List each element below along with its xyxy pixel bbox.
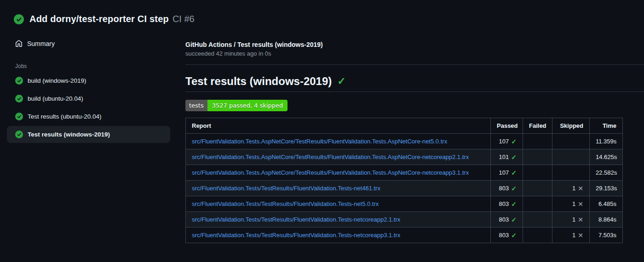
check-title: GitHub Actions / Test results (windows-2… (185, 41, 644, 48)
passed-cell: 803✓ (491, 181, 523, 196)
column-header-failed: Failed (523, 118, 552, 134)
table-header-row: Report Passed Failed Skipped Time (186, 118, 623, 134)
skipped-cell (552, 149, 590, 165)
summary-heading: Test results (windows-2019) ✓ (185, 75, 644, 92)
job-success-check-circle-icon (15, 131, 23, 138)
table-row: src/FluentValidation.Tests/TestResults/F… (186, 228, 623, 243)
failed-cell (523, 212, 552, 228)
failed-cell (523, 134, 552, 149)
report-cell: src/FluentValidation.Tests.AspNetCore/Te… (186, 134, 491, 149)
run-layout: Summary Jobs build (windows-2019) build … (0, 27, 644, 243)
passed-cell: 101✓ (491, 149, 523, 165)
report-link[interactable]: src/FluentValidation.Tests/TestResults/F… (192, 232, 400, 239)
test-results-table: Report Passed Failed Skipped Time src/Fl… (185, 118, 623, 243)
jobs-section-label: Jobs (7, 63, 170, 69)
time-cell: 8.864s (590, 212, 623, 228)
skipped-cell: 1✕ (552, 181, 590, 196)
sidebar: Summary Jobs build (windows-2019) build … (0, 27, 179, 144)
report-cell: src/FluentValidation.Tests/TestResults/F… (186, 228, 491, 243)
skipped-cell (552, 165, 590, 181)
report-cell: src/FluentValidation.Tests.AspNetCore/Te… (186, 165, 491, 181)
column-header-skipped: Skipped (552, 118, 590, 134)
skipped-x-icon: ✕ (578, 232, 583, 239)
time-cell: 11.359s (590, 134, 623, 149)
sidebar-summary-label: Summary (27, 40, 55, 47)
run-number: CI #6 (172, 14, 195, 24)
passed-check-icon: ✓ (511, 232, 517, 239)
passed-check-icon: ✓ (511, 216, 517, 223)
skipped-cell (552, 134, 590, 149)
tests-badge: tests 3527 passed, 4 skipped (185, 100, 288, 111)
report-cell: src/FluentValidation.Tests/TestResults/F… (186, 196, 491, 212)
job-success-check-circle-icon (15, 77, 23, 85)
sidebar-job-item[interactable]: Test results (windows-2019) (7, 126, 170, 143)
passed-cell: 803✓ (491, 212, 523, 228)
skipped-cell: 1✕ (552, 228, 590, 243)
time-cell: 7.503s (590, 228, 623, 243)
run-title: Add dorny/test-reporter CI step (29, 14, 169, 24)
job-label: build (windows-2019) (28, 77, 86, 84)
skipped-x-icon: ✕ (578, 216, 583, 223)
time-cell: 29.153s (590, 181, 623, 196)
passed-check-icon: ✓ (511, 169, 517, 177)
check-summary: Test results (windows-2019) ✓ tests 3527… (185, 75, 644, 243)
passed-cell: 803✓ (491, 228, 523, 243)
job-label: build (ubuntu-20.04) (28, 95, 83, 102)
report-link[interactable]: src/FluentValidation.Tests/TestResults/F… (192, 185, 380, 192)
failed-cell (523, 165, 552, 181)
heading-check-icon: ✓ (337, 76, 345, 86)
report-cell: src/FluentValidation.Tests.AspNetCore/Te… (186, 149, 491, 165)
passed-check-icon: ✓ (511, 138, 517, 145)
check-status-text: succeeded 42 minutes ago in 0s (185, 50, 644, 57)
sidebar-job-item[interactable]: Test results (ubuntu-20.04) (7, 108, 170, 125)
sidebar-item-summary[interactable]: Summary (7, 35, 170, 52)
table-row: src/FluentValidation.Tests.AspNetCore/Te… (186, 165, 623, 181)
table-row: src/FluentValidation.Tests/TestResults/F… (186, 212, 623, 228)
job-success-check-circle-icon (15, 113, 23, 120)
tests-badge-value: 3527 passed, 4 skipped (207, 100, 288, 111)
check-header: GitHub Actions / Test results (windows-2… (185, 41, 644, 65)
run-success-check-circle-icon (14, 14, 24, 24)
report-link[interactable]: src/FluentValidation.Tests.AspNetCore/Te… (192, 138, 447, 145)
job-label: Test results (ubuntu-20.04) (28, 113, 102, 120)
time-cell: 6.485s (590, 196, 623, 212)
column-header-time: Time (590, 118, 623, 134)
failed-cell (523, 181, 552, 196)
sidebar-job-item[interactable]: build (ubuntu-20.04) (7, 90, 170, 107)
tests-badge-label: tests (185, 100, 207, 111)
column-header-passed: Passed (491, 118, 523, 134)
report-cell: src/FluentValidation.Tests/TestResults/F… (186, 212, 491, 228)
sidebar-job-item[interactable]: build (windows-2019) (7, 72, 170, 89)
report-cell: src/FluentValidation.Tests/TestResults/F… (186, 181, 491, 196)
table-row: src/FluentValidation.Tests.AspNetCore/Te… (186, 134, 623, 149)
job-label: Test results (windows-2019) (28, 131, 110, 138)
jobs-list: build (windows-2019) build (ubuntu-20.04… (7, 72, 170, 143)
passed-cell: 803✓ (491, 196, 523, 212)
summary-heading-text: Test results (windows-2019) (185, 75, 332, 88)
report-link[interactable]: src/FluentValidation.Tests/TestResults/F… (192, 200, 379, 207)
failed-cell (523, 196, 552, 212)
report-link[interactable]: src/FluentValidation.Tests.AspNetCore/Te… (192, 169, 469, 176)
main-content: GitHub Actions / Test results (windows-2… (179, 27, 644, 243)
home-icon (15, 40, 23, 47)
passed-check-icon: ✓ (511, 154, 517, 161)
passed-check-icon: ✓ (511, 200, 517, 208)
passed-cell: 107✓ (491, 165, 523, 181)
table-row: src/FluentValidation.Tests/TestResults/F… (186, 196, 623, 212)
report-link[interactable]: src/FluentValidation.Tests/TestResults/F… (192, 216, 400, 223)
workflow-run-page: Add dorny/test-reporter CI step CI #6 Su… (0, 0, 644, 243)
failed-cell (523, 149, 552, 165)
job-success-check-circle-icon (15, 95, 23, 103)
skipped-cell: 1✕ (552, 196, 590, 212)
passed-check-icon: ✓ (511, 185, 517, 192)
run-header: Add dorny/test-reporter CI step CI #6 (0, 0, 644, 27)
time-cell: 14.625s (590, 149, 623, 165)
skipped-x-icon: ✕ (578, 200, 583, 208)
report-link[interactable]: src/FluentValidation.Tests.AspNetCore/Te… (192, 154, 469, 160)
column-header-report: Report (186, 118, 491, 134)
skipped-x-icon: ✕ (578, 185, 583, 192)
time-cell: 22.582s (590, 165, 623, 181)
passed-cell: 107✓ (491, 134, 523, 149)
skipped-cell: 1✕ (552, 212, 590, 228)
table-row: src/FluentValidation.Tests/TestResults/F… (186, 181, 623, 196)
